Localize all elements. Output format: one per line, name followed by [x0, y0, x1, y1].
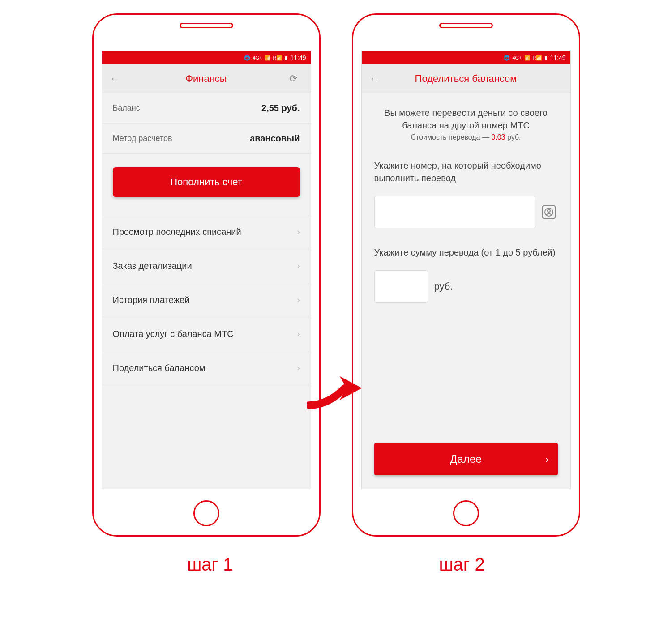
menu-label: Заказ детализации [113, 261, 192, 271]
chevron-right-icon: › [297, 261, 300, 271]
screen-2: 🌐 4G+ 📶 R📶 ▮ 11:49 ← Поделиться балансом… [361, 51, 571, 489]
share-balance-form: Вы можете перевести деньги со своего бал… [362, 93, 570, 489]
menu-item-transactions[interactable]: Просмотр последних списаний › [102, 215, 311, 249]
globe-icon: 🌐 [244, 55, 250, 61]
arrow-right-icon [307, 365, 365, 418]
menu-label: Поделиться балансом [113, 363, 205, 373]
signal-icon: 📶 [265, 55, 271, 61]
step-2-label: шаг 2 [439, 554, 485, 575]
pick-contact-button[interactable] [540, 203, 558, 221]
description-block: Вы можете перевести деньги со своего бал… [374, 107, 558, 141]
network-4g-icon: 4G+ [253, 55, 262, 60]
cost-suffix: руб. [505, 133, 521, 141]
screen-1: 🌐 4G+ 📶 R📶 ▮ 11:49 ← Финансы ⟳ Баланс 2,… [102, 51, 311, 489]
signal-r-icon: R📶 [273, 55, 283, 61]
cost-value: 0.03 [491, 133, 505, 141]
globe-icon: 🌐 [504, 55, 510, 61]
network-4g-icon: 4G+ [512, 55, 522, 60]
balance-label: Баланс [113, 103, 140, 113]
amount-unit: руб. [434, 281, 453, 292]
step-labels: шаг 1 шаг 2 [187, 554, 485, 575]
home-button[interactable] [193, 500, 219, 526]
back-icon[interactable]: ← [110, 73, 124, 85]
speaker-slot [180, 23, 233, 28]
status-icons: 🌐 4G+ 📶 R📶 ▮ [504, 55, 547, 61]
chevron-right-icon: › [297, 329, 300, 339]
menu-label: Оплата услуг с баланса МТС [113, 329, 234, 339]
signal-r-icon: R📶 [533, 55, 543, 61]
chevron-right-icon: › [297, 363, 300, 373]
status-bar: 🌐 4G+ 📶 R📶 ▮ 11:49 [362, 51, 570, 64]
amount-input[interactable] [374, 270, 428, 303]
back-icon[interactable]: ← [370, 73, 383, 85]
battery-icon: ▮ [544, 55, 547, 61]
amount-label: Укажите сумму перевода (от 1 до 5 рублей… [374, 246, 558, 259]
step-1-label: шаг 1 [187, 554, 233, 575]
cost-line: Стоимость перевода — 0.03 руб. [374, 133, 558, 141]
home-button[interactable] [453, 500, 479, 526]
flow-arrow [307, 365, 365, 418]
page-title: Финансы [124, 73, 289, 85]
chevron-right-icon: › [297, 227, 300, 237]
menu-item-history[interactable]: История платежей › [102, 283, 311, 317]
phone-frame-2: 🌐 4G+ 📶 R📶 ▮ 11:49 ← Поделиться балансом… [352, 13, 580, 537]
status-bar: 🌐 4G+ 📶 R📶 ▮ 11:49 [102, 51, 311, 64]
phone-number-label: Укажите номер, на который необходимо вып… [374, 159, 558, 184]
page-title: Поделиться балансом [383, 73, 549, 85]
menu-label: История платежей [113, 295, 190, 305]
status-time: 11:49 [550, 54, 565, 61]
method-value: авансовый [250, 133, 300, 144]
contact-icon [541, 205, 556, 220]
phone-frame-1: 🌐 4G+ 📶 R📶 ▮ 11:49 ← Финансы ⟳ Баланс 2,… [92, 13, 321, 537]
balance-row: Баланс 2,55 руб. [102, 93, 311, 124]
topup-wrap: Пополнить счет [102, 154, 311, 215]
refresh-icon[interactable]: ⟳ [289, 73, 303, 85]
phone-input-row [374, 196, 558, 228]
app-header: ← Финансы ⟳ [102, 64, 311, 93]
next-button-label: Далее [450, 453, 481, 465]
status-time: 11:49 [290, 54, 306, 61]
method-label: Метод расчетов [113, 134, 172, 143]
menu-label: Просмотр последних списаний [113, 227, 241, 237]
phones-row: 🌐 4G+ 📶 R📶 ▮ 11:49 ← Финансы ⟳ Баланс 2,… [92, 13, 580, 537]
topup-button[interactable]: Пополнить счет [113, 167, 300, 197]
menu-item-details[interactable]: Заказ детализации › [102, 249, 311, 283]
menu-item-share-balance[interactable]: Поделиться балансом › [102, 351, 311, 385]
battery-icon: ▮ [285, 55, 287, 61]
app-header: ← Поделиться балансом ⟳ [362, 64, 570, 93]
description-text: Вы можете перевести деньги со своего бал… [374, 107, 558, 132]
amount-row: руб. [374, 270, 558, 303]
balance-value: 2,55 руб. [261, 103, 300, 113]
cost-prefix: Стоимость перевода — [411, 133, 492, 141]
chevron-right-icon: › [297, 295, 300, 305]
phone-number-input[interactable] [374, 196, 535, 228]
status-icons: 🌐 4G+ 📶 R📶 ▮ [244, 55, 287, 61]
speaker-slot [439, 23, 493, 28]
chevron-right-icon: › [546, 454, 549, 465]
signal-icon: 📶 [524, 55, 531, 61]
method-row: Метод расчетов авансовый [102, 124, 311, 154]
next-button[interactable]: Далее › [374, 443, 558, 475]
svg-point-2 [548, 209, 550, 212]
menu-item-pay-services[interactable]: Оплата услуг с баланса МТС › [102, 317, 311, 351]
